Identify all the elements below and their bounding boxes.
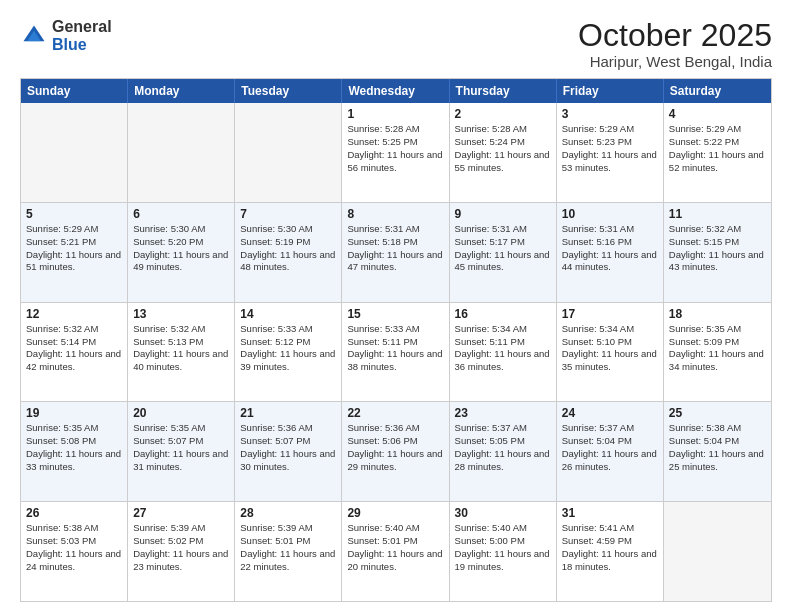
day-info: Sunrise: 5:28 AM Sunset: 5:25 PM Dayligh…: [347, 123, 443, 174]
day-number: 1: [347, 107, 443, 121]
day-number: 6: [133, 207, 229, 221]
day-number: 21: [240, 406, 336, 420]
weekday-header-friday: Friday: [557, 79, 664, 103]
day-cell-21: 21Sunrise: 5:36 AM Sunset: 5:07 PM Dayli…: [235, 402, 342, 501]
day-info: Sunrise: 5:32 AM Sunset: 5:15 PM Dayligh…: [669, 223, 766, 274]
day-info: Sunrise: 5:35 AM Sunset: 5:07 PM Dayligh…: [133, 422, 229, 473]
day-info: Sunrise: 5:40 AM Sunset: 5:00 PM Dayligh…: [455, 522, 551, 573]
weekday-header-wednesday: Wednesday: [342, 79, 449, 103]
day-number: 16: [455, 307, 551, 321]
day-number: 30: [455, 506, 551, 520]
day-cell-14: 14Sunrise: 5:33 AM Sunset: 5:12 PM Dayli…: [235, 303, 342, 402]
empty-cell: [235, 103, 342, 202]
day-number: 17: [562, 307, 658, 321]
day-number: 15: [347, 307, 443, 321]
day-number: 11: [669, 207, 766, 221]
day-number: 10: [562, 207, 658, 221]
day-cell-31: 31Sunrise: 5:41 AM Sunset: 4:59 PM Dayli…: [557, 502, 664, 601]
day-cell-27: 27Sunrise: 5:39 AM Sunset: 5:02 PM Dayli…: [128, 502, 235, 601]
logo-icon: [20, 22, 48, 50]
day-number: 19: [26, 406, 122, 420]
calendar-row-3: 12Sunrise: 5:32 AM Sunset: 5:14 PM Dayli…: [21, 302, 771, 402]
day-cell-8: 8Sunrise: 5:31 AM Sunset: 5:18 PM Daylig…: [342, 203, 449, 302]
day-info: Sunrise: 5:41 AM Sunset: 4:59 PM Dayligh…: [562, 522, 658, 573]
day-number: 12: [26, 307, 122, 321]
day-number: 22: [347, 406, 443, 420]
weekday-header-saturday: Saturday: [664, 79, 771, 103]
day-info: Sunrise: 5:38 AM Sunset: 5:03 PM Dayligh…: [26, 522, 122, 573]
day-number: 2: [455, 107, 551, 121]
day-number: 23: [455, 406, 551, 420]
day-info: Sunrise: 5:37 AM Sunset: 5:04 PM Dayligh…: [562, 422, 658, 473]
day-cell-1: 1Sunrise: 5:28 AM Sunset: 5:25 PM Daylig…: [342, 103, 449, 202]
day-info: Sunrise: 5:34 AM Sunset: 5:11 PM Dayligh…: [455, 323, 551, 374]
day-info: Sunrise: 5:31 AM Sunset: 5:18 PM Dayligh…: [347, 223, 443, 274]
day-cell-3: 3Sunrise: 5:29 AM Sunset: 5:23 PM Daylig…: [557, 103, 664, 202]
day-cell-7: 7Sunrise: 5:30 AM Sunset: 5:19 PM Daylig…: [235, 203, 342, 302]
day-cell-5: 5Sunrise: 5:29 AM Sunset: 5:21 PM Daylig…: [21, 203, 128, 302]
day-cell-24: 24Sunrise: 5:37 AM Sunset: 5:04 PM Dayli…: [557, 402, 664, 501]
day-cell-12: 12Sunrise: 5:32 AM Sunset: 5:14 PM Dayli…: [21, 303, 128, 402]
weekday-header-thursday: Thursday: [450, 79, 557, 103]
day-number: 4: [669, 107, 766, 121]
day-info: Sunrise: 5:39 AM Sunset: 5:01 PM Dayligh…: [240, 522, 336, 573]
calendar: SundayMondayTuesdayWednesdayThursdayFrid…: [20, 78, 772, 602]
calendar-body: 1Sunrise: 5:28 AM Sunset: 5:25 PM Daylig…: [21, 103, 771, 601]
logo: General Blue: [20, 18, 112, 53]
day-info: Sunrise: 5:30 AM Sunset: 5:20 PM Dayligh…: [133, 223, 229, 274]
day-cell-19: 19Sunrise: 5:35 AM Sunset: 5:08 PM Dayli…: [21, 402, 128, 501]
day-number: 27: [133, 506, 229, 520]
day-cell-16: 16Sunrise: 5:34 AM Sunset: 5:11 PM Dayli…: [450, 303, 557, 402]
day-info: Sunrise: 5:32 AM Sunset: 5:13 PM Dayligh…: [133, 323, 229, 374]
day-number: 3: [562, 107, 658, 121]
day-cell-17: 17Sunrise: 5:34 AM Sunset: 5:10 PM Dayli…: [557, 303, 664, 402]
header-right: October 2025 Haripur, West Bengal, India: [578, 18, 772, 70]
day-info: Sunrise: 5:29 AM Sunset: 5:23 PM Dayligh…: [562, 123, 658, 174]
day-cell-22: 22Sunrise: 5:36 AM Sunset: 5:06 PM Dayli…: [342, 402, 449, 501]
day-info: Sunrise: 5:38 AM Sunset: 5:04 PM Dayligh…: [669, 422, 766, 473]
location: Haripur, West Bengal, India: [578, 53, 772, 70]
day-info: Sunrise: 5:36 AM Sunset: 5:07 PM Dayligh…: [240, 422, 336, 473]
day-number: 31: [562, 506, 658, 520]
day-info: Sunrise: 5:35 AM Sunset: 5:08 PM Dayligh…: [26, 422, 122, 473]
day-info: Sunrise: 5:33 AM Sunset: 5:12 PM Dayligh…: [240, 323, 336, 374]
weekday-header-tuesday: Tuesday: [235, 79, 342, 103]
day-number: 7: [240, 207, 336, 221]
day-number: 28: [240, 506, 336, 520]
day-number: 26: [26, 506, 122, 520]
calendar-row-5: 26Sunrise: 5:38 AM Sunset: 5:03 PM Dayli…: [21, 501, 771, 601]
day-number: 8: [347, 207, 443, 221]
day-cell-10: 10Sunrise: 5:31 AM Sunset: 5:16 PM Dayli…: [557, 203, 664, 302]
day-cell-28: 28Sunrise: 5:39 AM Sunset: 5:01 PM Dayli…: [235, 502, 342, 601]
day-info: Sunrise: 5:34 AM Sunset: 5:10 PM Dayligh…: [562, 323, 658, 374]
month-title: October 2025: [578, 18, 772, 53]
day-info: Sunrise: 5:40 AM Sunset: 5:01 PM Dayligh…: [347, 522, 443, 573]
day-cell-23: 23Sunrise: 5:37 AM Sunset: 5:05 PM Dayli…: [450, 402, 557, 501]
day-info: Sunrise: 5:29 AM Sunset: 5:21 PM Dayligh…: [26, 223, 122, 274]
calendar-row-2: 5Sunrise: 5:29 AM Sunset: 5:21 PM Daylig…: [21, 202, 771, 302]
day-cell-18: 18Sunrise: 5:35 AM Sunset: 5:09 PM Dayli…: [664, 303, 771, 402]
day-cell-11: 11Sunrise: 5:32 AM Sunset: 5:15 PM Dayli…: [664, 203, 771, 302]
day-cell-13: 13Sunrise: 5:32 AM Sunset: 5:13 PM Dayli…: [128, 303, 235, 402]
empty-cell: [664, 502, 771, 601]
day-number: 18: [669, 307, 766, 321]
weekday-header-monday: Monday: [128, 79, 235, 103]
day-info: Sunrise: 5:30 AM Sunset: 5:19 PM Dayligh…: [240, 223, 336, 274]
day-info: Sunrise: 5:39 AM Sunset: 5:02 PM Dayligh…: [133, 522, 229, 573]
page: General Blue October 2025 Haripur, West …: [0, 0, 792, 612]
calendar-row-1: 1Sunrise: 5:28 AM Sunset: 5:25 PM Daylig…: [21, 103, 771, 202]
day-cell-4: 4Sunrise: 5:29 AM Sunset: 5:22 PM Daylig…: [664, 103, 771, 202]
day-info: Sunrise: 5:31 AM Sunset: 5:16 PM Dayligh…: [562, 223, 658, 274]
day-number: 20: [133, 406, 229, 420]
day-number: 13: [133, 307, 229, 321]
day-info: Sunrise: 5:32 AM Sunset: 5:14 PM Dayligh…: [26, 323, 122, 374]
day-number: 29: [347, 506, 443, 520]
day-number: 24: [562, 406, 658, 420]
day-number: 14: [240, 307, 336, 321]
day-cell-26: 26Sunrise: 5:38 AM Sunset: 5:03 PM Dayli…: [21, 502, 128, 601]
day-number: 5: [26, 207, 122, 221]
logo-blue-text: Blue: [52, 36, 87, 53]
day-info: Sunrise: 5:36 AM Sunset: 5:06 PM Dayligh…: [347, 422, 443, 473]
day-info: Sunrise: 5:29 AM Sunset: 5:22 PM Dayligh…: [669, 123, 766, 174]
calendar-header: SundayMondayTuesdayWednesdayThursdayFrid…: [21, 79, 771, 103]
